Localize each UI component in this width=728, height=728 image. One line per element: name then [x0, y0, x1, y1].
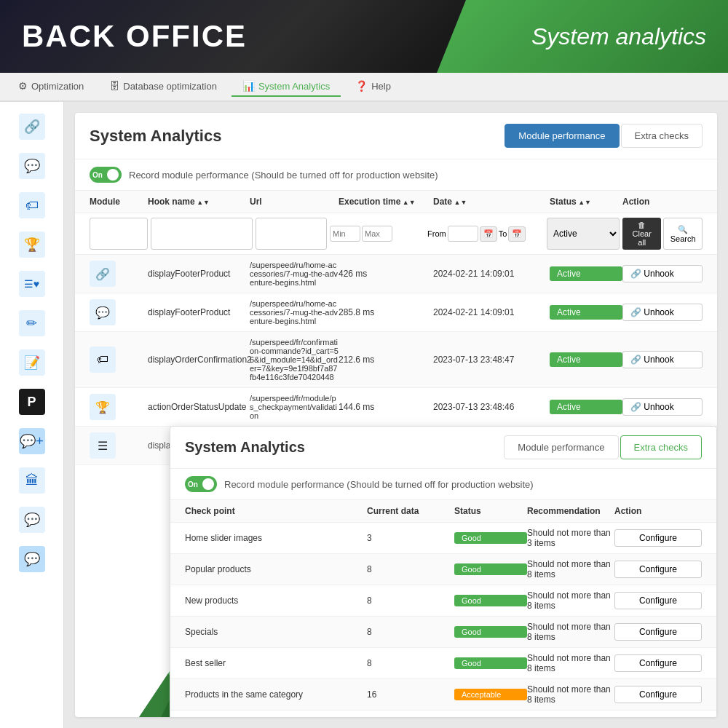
th-action: Action	[622, 197, 703, 207]
status-badge-4: Active	[550, 400, 622, 414]
overlay-toggle-row: On Record module performance (Should be …	[170, 469, 716, 500]
nav-item-help[interactable]: ❓ Help	[344, 76, 402, 97]
unhook-button-4[interactable]: 🔗 Unhook	[622, 398, 703, 416]
ec-checkpoint-4: Specials	[185, 627, 367, 637]
sidebar-item-12[interactable]: 💬	[0, 540, 63, 578]
overlay-toggle-knob	[202, 478, 214, 490]
unhook-button-2[interactable]: 🔗 Unhook	[622, 304, 703, 321]
filter-url[interactable]	[256, 218, 327, 250]
sidebar-item-4[interactable]: 🏆	[0, 226, 63, 264]
calendar-from-icon[interactable]: 📅	[480, 226, 497, 242]
ec-configure-2[interactable]: Configure	[614, 561, 702, 578]
sidebar-item-8[interactable]: P	[0, 383, 63, 421]
overlay-tab-extra-checks[interactable]: Extra checks	[620, 435, 702, 459]
filter-hook[interactable]	[151, 218, 253, 250]
url-2: /superspeed/ru/home-accessories/7-mug-th…	[250, 299, 339, 325]
ec-rec-1: Should not more than 3 items	[527, 528, 614, 548]
filter-from-date[interactable]	[448, 226, 478, 242]
overlay-tab-module-performance[interactable]: Module performance	[504, 435, 618, 459]
date-3: 2023-07-13 23:48:47	[433, 355, 550, 365]
sidebar-icon-4: 🏆	[19, 232, 45, 258]
filter-module[interactable]	[90, 218, 148, 250]
toggle-switch[interactable]: On	[90, 167, 122, 183]
main-panel: System Analytics Module performance Extr…	[75, 113, 717, 717]
help-icon: ❓	[355, 80, 368, 92]
module-icon-1: 🔗	[90, 261, 116, 287]
module-icon-2: 💬	[90, 299, 116, 325]
ec-configure-1[interactable]: Configure	[614, 529, 702, 547]
toggle-on-label: On	[92, 171, 103, 179]
ec-current-2: 8	[367, 564, 454, 574]
sidebar-item-5[interactable]: ☰♥	[0, 265, 63, 303]
th-hook: Hook name	[148, 197, 250, 207]
sidebar-item-10[interactable]: 🏛	[0, 462, 63, 499]
ec-status-6: Acceptable	[454, 689, 527, 700]
ec-status-1: Good	[454, 532, 527, 544]
nav-item-analytics[interactable]: 📊 System Analytics	[232, 76, 341, 97]
header-subtitle: System analytics	[531, 23, 706, 50]
overlay-toggle-on-label: On	[188, 480, 198, 488]
toggle-row: On Record module performance (Should be …	[75, 159, 717, 191]
ec-row: New products 8 Good Should not more than…	[170, 585, 716, 617]
sidebar-item-11[interactable]: 💬	[0, 501, 63, 539]
module-icon-4: 🏆	[90, 394, 116, 420]
page-header: BACK OFFICE System analytics	[0, 0, 728, 73]
ec-configure-5[interactable]: Configure	[614, 654, 702, 672]
ec-configure-6[interactable]: Configure	[614, 686, 702, 703]
nav-item-database[interactable]: 🗄 Database optimization	[98, 76, 228, 97]
filter-exec-time	[330, 218, 424, 250]
sidebar-item-1[interactable]: 🔗	[0, 108, 63, 146]
sidebar-item-9[interactable]: 💬+	[0, 422, 63, 460]
sidebar-icon-2: 💬	[19, 153, 45, 179]
unhook-button-1[interactable]: 🔗 Unhook	[622, 265, 703, 282]
ec-current-3: 8	[367, 596, 454, 606]
filter-actions: 🗑 Clear all 🔍 Search	[622, 218, 703, 250]
date-4: 2023-07-13 23:48:46	[433, 402, 550, 412]
tab-group: Module performance Extra checks	[505, 124, 703, 148]
date-1: 2024-02-21 14:09:01	[433, 269, 550, 279]
tab-module-performance[interactable]: Module performance	[505, 124, 619, 148]
ec-th-action: Action	[614, 506, 702, 516]
filter-row: From 📅 To 📅 Active Inactive 🗑 Clear all …	[75, 213, 717, 255]
tab-extra-checks[interactable]: Extra checks	[621, 124, 703, 148]
ec-checkpoint-3: New products	[185, 596, 367, 606]
ec-rec-2: Should not more than 8 items	[527, 559, 614, 579]
ec-configure-3[interactable]: Configure	[614, 592, 702, 609]
filter-max[interactable]	[362, 226, 392, 242]
th-status: Status	[550, 197, 622, 207]
ec-configure-4[interactable]: Configure	[614, 623, 702, 641]
ec-th-recommendation: Recommendation	[527, 506, 614, 516]
clear-all-button[interactable]: 🗑 Clear all	[622, 218, 661, 250]
status-badge-1: Active	[550, 266, 622, 281]
search-button[interactable]: 🔍 Search	[663, 218, 703, 250]
sidebar-item-7[interactable]: 📝	[0, 344, 63, 381]
module-icon-3: 🏷	[90, 347, 116, 373]
overlay-toggle-switch[interactable]: On	[185, 476, 217, 492]
url-3: /superspeed/fr/confirmation-commande?id_…	[250, 338, 339, 381]
ec-checkpoint-2: Popular products	[185, 564, 367, 574]
navbar: ⚙ Optimization 🗄 Database optimization 📊…	[0, 73, 728, 102]
sidebar-icon-7: 📝	[19, 349, 45, 376]
table-row: 🏆 actionOrderStatusUpdate /superspeed/fr…	[75, 388, 717, 427]
url-1: /superspeed/ru/home-accessories/7-mug-th…	[250, 261, 339, 287]
nav-item-optimization[interactable]: ⚙ Optimization	[7, 76, 95, 97]
unhook-button-3[interactable]: 🔗 Unhook	[622, 351, 703, 368]
panel-title: System Analytics	[90, 127, 221, 146]
ec-status-4: Good	[454, 626, 527, 638]
ec-current-5: 8	[367, 658, 454, 668]
sidebar-item-2[interactable]: 💬	[0, 147, 63, 185]
sidebar-item-6[interactable]: ✏	[0, 304, 63, 342]
ec-rec-3: Should not more than 8 items	[527, 590, 614, 611]
ec-row: Popular products 8 Good Should not more …	[170, 554, 716, 585]
overlay-panel-header: System Analytics Module performance Extr…	[170, 427, 716, 469]
sidebar-item-3[interactable]: 🏷	[0, 186, 63, 224]
filter-min[interactable]	[330, 226, 360, 242]
calendar-to-icon[interactable]: 📅	[508, 226, 526, 242]
filter-status[interactable]: Active Inactive	[547, 218, 620, 250]
ec-row: Products per page on category page 12 Go…	[170, 711, 716, 717]
ec-current-6: 16	[367, 689, 454, 700]
sidebar-icon-3: 🏷	[19, 192, 45, 218]
date-2: 2024-02-21 14:09:01	[433, 307, 550, 317]
ec-rec-4: Should not more than 8 items	[527, 622, 614, 642]
filter-date-range: From 📅 To 📅	[427, 218, 544, 250]
